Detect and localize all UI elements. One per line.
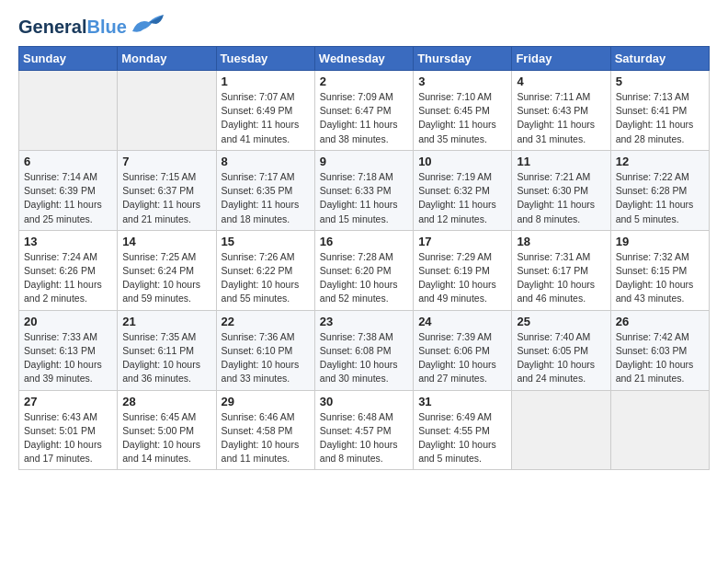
day-info: Sunrise: 7:31 AM Sunset: 6:17 PM Dayligh… bbox=[517, 250, 605, 306]
day-info: Sunrise: 7:42 AM Sunset: 6:03 PM Dayligh… bbox=[616, 330, 704, 386]
calendar-cell: 2Sunrise: 7:09 AM Sunset: 6:47 PM Daylig… bbox=[314, 71, 413, 151]
day-info: Sunrise: 7:07 AM Sunset: 6:49 PM Dayligh… bbox=[222, 90, 310, 146]
calendar-cell: 11Sunrise: 7:21 AM Sunset: 6:30 PM Dayli… bbox=[512, 150, 610, 230]
day-number: 5 bbox=[616, 75, 704, 88]
calendar-cell: 15Sunrise: 7:26 AM Sunset: 6:22 PM Dayli… bbox=[216, 230, 314, 310]
day-info: Sunrise: 7:33 AM Sunset: 6:13 PM Dayligh… bbox=[24, 330, 112, 386]
day-info: Sunrise: 7:35 AM Sunset: 6:11 PM Dayligh… bbox=[122, 330, 210, 386]
calendar-day-header: Thursday bbox=[414, 47, 512, 71]
calendar-cell: 27Sunrise: 6:43 AM Sunset: 5:01 PM Dayli… bbox=[19, 390, 118, 470]
calendar-week-row: 20Sunrise: 7:33 AM Sunset: 6:13 PM Dayli… bbox=[19, 310, 710, 390]
day-info: Sunrise: 7:22 AM Sunset: 6:28 PM Dayligh… bbox=[616, 170, 704, 226]
calendar-cell: 6Sunrise: 7:14 AM Sunset: 6:39 PM Daylig… bbox=[19, 150, 118, 230]
day-info: Sunrise: 7:11 AM Sunset: 6:43 PM Dayligh… bbox=[517, 90, 605, 146]
day-info: Sunrise: 7:28 AM Sunset: 6:20 PM Dayligh… bbox=[320, 250, 408, 306]
calendar-cell bbox=[19, 71, 118, 151]
day-number: 1 bbox=[222, 75, 310, 88]
calendar-day-header: Tuesday bbox=[216, 47, 314, 71]
day-number: 26 bbox=[616, 315, 704, 328]
day-info: Sunrise: 7:36 AM Sunset: 6:10 PM Dayligh… bbox=[222, 330, 310, 386]
day-info: Sunrise: 7:38 AM Sunset: 6:08 PM Dayligh… bbox=[320, 330, 408, 386]
day-number: 11 bbox=[517, 155, 605, 168]
calendar-cell: 25Sunrise: 7:40 AM Sunset: 6:05 PM Dayli… bbox=[512, 310, 610, 390]
page: GeneralBlue SundayMondayTuesdayWednesday… bbox=[0, 0, 728, 485]
calendar-cell: 24Sunrise: 7:39 AM Sunset: 6:06 PM Dayli… bbox=[414, 310, 512, 390]
day-info: Sunrise: 7:10 AM Sunset: 6:45 PM Dayligh… bbox=[418, 90, 506, 146]
calendar-week-row: 6Sunrise: 7:14 AM Sunset: 6:39 PM Daylig… bbox=[19, 150, 710, 230]
calendar-cell: 22Sunrise: 7:36 AM Sunset: 6:10 PM Dayli… bbox=[216, 310, 314, 390]
day-number: 3 bbox=[418, 75, 506, 88]
calendar-cell: 7Sunrise: 7:15 AM Sunset: 6:37 PM Daylig… bbox=[118, 150, 216, 230]
calendar-day-header: Sunday bbox=[19, 47, 118, 71]
logo: GeneralBlue bbox=[18, 15, 164, 39]
day-info: Sunrise: 7:25 AM Sunset: 6:24 PM Dayligh… bbox=[122, 250, 210, 306]
day-number: 15 bbox=[222, 235, 310, 248]
day-number: 30 bbox=[320, 395, 408, 408]
day-number: 14 bbox=[122, 235, 210, 248]
calendar-cell: 1Sunrise: 7:07 AM Sunset: 6:49 PM Daylig… bbox=[216, 71, 314, 151]
day-info: Sunrise: 6:46 AM Sunset: 4:58 PM Dayligh… bbox=[222, 410, 310, 466]
calendar-cell: 28Sunrise: 6:45 AM Sunset: 5:00 PM Dayli… bbox=[118, 390, 216, 470]
day-number: 9 bbox=[320, 155, 408, 168]
day-number: 29 bbox=[222, 395, 310, 408]
calendar-cell: 21Sunrise: 7:35 AM Sunset: 6:11 PM Dayli… bbox=[118, 310, 216, 390]
day-info: Sunrise: 7:32 AM Sunset: 6:15 PM Dayligh… bbox=[616, 250, 704, 306]
day-info: Sunrise: 7:17 AM Sunset: 6:35 PM Dayligh… bbox=[222, 170, 310, 226]
day-number: 18 bbox=[517, 235, 605, 248]
logo-general: General bbox=[18, 17, 86, 37]
day-number: 12 bbox=[616, 155, 704, 168]
calendar-day-header: Saturday bbox=[610, 47, 709, 71]
calendar-cell bbox=[610, 390, 709, 470]
header: GeneralBlue bbox=[18, 15, 710, 39]
day-number: 6 bbox=[24, 155, 112, 168]
calendar-day-header: Monday bbox=[118, 47, 216, 71]
day-info: Sunrise: 7:39 AM Sunset: 6:06 PM Dayligh… bbox=[418, 330, 506, 386]
day-info: Sunrise: 7:21 AM Sunset: 6:30 PM Dayligh… bbox=[517, 170, 605, 226]
day-info: Sunrise: 7:40 AM Sunset: 6:05 PM Dayligh… bbox=[517, 330, 605, 386]
day-number: 17 bbox=[418, 235, 506, 248]
day-info: Sunrise: 7:19 AM Sunset: 6:32 PM Dayligh… bbox=[418, 170, 506, 226]
day-number: 31 bbox=[418, 395, 506, 408]
calendar-week-row: 13Sunrise: 7:24 AM Sunset: 6:26 PM Dayli… bbox=[19, 230, 710, 310]
day-number: 2 bbox=[320, 75, 408, 88]
calendar-cell: 5Sunrise: 7:13 AM Sunset: 6:41 PM Daylig… bbox=[610, 71, 709, 151]
day-info: Sunrise: 7:09 AM Sunset: 6:47 PM Dayligh… bbox=[320, 90, 408, 146]
logo-bird-icon bbox=[129, 15, 164, 39]
calendar-cell: 20Sunrise: 7:33 AM Sunset: 6:13 PM Dayli… bbox=[19, 310, 118, 390]
day-info: Sunrise: 6:45 AM Sunset: 5:00 PM Dayligh… bbox=[122, 410, 210, 466]
logo-blue: Blue bbox=[86, 17, 126, 37]
day-number: 27 bbox=[24, 395, 112, 408]
day-number: 13 bbox=[24, 235, 112, 248]
day-info: Sunrise: 7:26 AM Sunset: 6:22 PM Dayligh… bbox=[222, 250, 310, 306]
day-info: Sunrise: 7:14 AM Sunset: 6:39 PM Dayligh… bbox=[24, 170, 112, 226]
calendar-cell: 16Sunrise: 7:28 AM Sunset: 6:20 PM Dayli… bbox=[314, 230, 413, 310]
calendar-header-row: SundayMondayTuesdayWednesdayThursdayFrid… bbox=[19, 47, 710, 71]
calendar-table: SundayMondayTuesdayWednesdayThursdayFrid… bbox=[18, 46, 710, 470]
calendar-cell: 31Sunrise: 6:49 AM Sunset: 4:55 PM Dayli… bbox=[414, 390, 512, 470]
calendar-week-row: 27Sunrise: 6:43 AM Sunset: 5:01 PM Dayli… bbox=[19, 390, 710, 470]
calendar-cell: 19Sunrise: 7:32 AM Sunset: 6:15 PM Dayli… bbox=[610, 230, 709, 310]
day-number: 23 bbox=[320, 315, 408, 328]
day-info: Sunrise: 7:15 AM Sunset: 6:37 PM Dayligh… bbox=[122, 170, 210, 226]
calendar-cell: 18Sunrise: 7:31 AM Sunset: 6:17 PM Dayli… bbox=[512, 230, 610, 310]
calendar-cell: 14Sunrise: 7:25 AM Sunset: 6:24 PM Dayli… bbox=[118, 230, 216, 310]
calendar-cell: 26Sunrise: 7:42 AM Sunset: 6:03 PM Dayli… bbox=[610, 310, 709, 390]
day-number: 25 bbox=[517, 315, 605, 328]
calendar-cell: 29Sunrise: 6:46 AM Sunset: 4:58 PM Dayli… bbox=[216, 390, 314, 470]
day-number: 22 bbox=[222, 315, 310, 328]
calendar-cell bbox=[512, 390, 610, 470]
day-info: Sunrise: 7:13 AM Sunset: 6:41 PM Dayligh… bbox=[616, 90, 704, 146]
day-number: 20 bbox=[24, 315, 112, 328]
calendar-cell: 3Sunrise: 7:10 AM Sunset: 6:45 PM Daylig… bbox=[414, 71, 512, 151]
calendar-cell: 12Sunrise: 7:22 AM Sunset: 6:28 PM Dayli… bbox=[610, 150, 709, 230]
calendar-cell bbox=[118, 71, 216, 151]
day-info: Sunrise: 7:29 AM Sunset: 6:19 PM Dayligh… bbox=[418, 250, 506, 306]
calendar-cell: 4Sunrise: 7:11 AM Sunset: 6:43 PM Daylig… bbox=[512, 71, 610, 151]
calendar-cell: 23Sunrise: 7:38 AM Sunset: 6:08 PM Dayli… bbox=[314, 310, 413, 390]
day-info: Sunrise: 6:43 AM Sunset: 5:01 PM Dayligh… bbox=[24, 410, 112, 466]
day-number: 28 bbox=[122, 395, 210, 408]
day-info: Sunrise: 7:24 AM Sunset: 6:26 PM Dayligh… bbox=[24, 250, 112, 306]
day-info: Sunrise: 7:18 AM Sunset: 6:33 PM Dayligh… bbox=[320, 170, 408, 226]
day-number: 8 bbox=[222, 155, 310, 168]
day-number: 4 bbox=[517, 75, 605, 88]
